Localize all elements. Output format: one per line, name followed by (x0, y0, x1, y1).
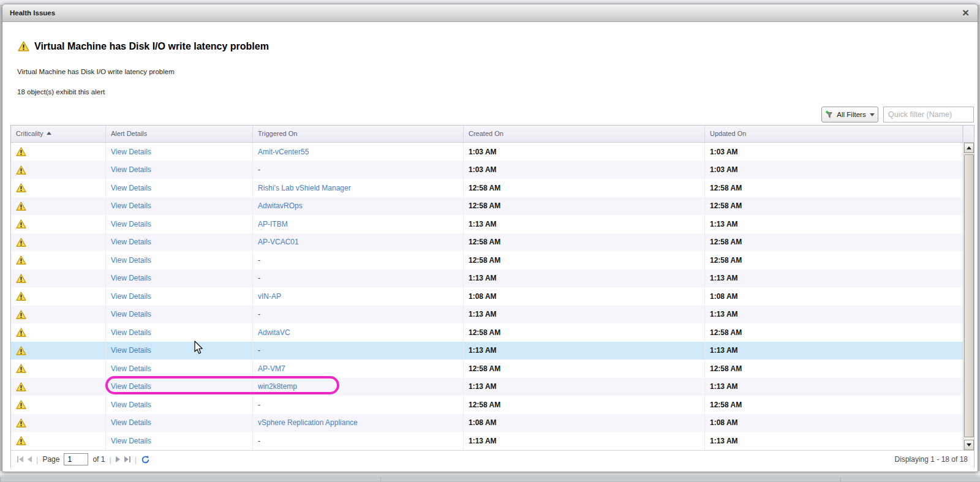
column-header-updated-on[interactable]: Updated On (705, 126, 963, 142)
created-on-value: 1:03 AM (469, 148, 497, 156)
view-details-link[interactable]: View Details (111, 292, 151, 301)
paging-toolbar: | Page of 1 | | Displaying 1 - 18 of 18 (11, 450, 974, 468)
view-details-link[interactable]: View Details (111, 274, 151, 282)
next-page-icon[interactable] (116, 456, 120, 462)
dialog-title: Health Issues (10, 9, 55, 17)
column-header-criticality[interactable]: Criticality (11, 126, 106, 142)
view-details-link[interactable]: View Details (111, 418, 151, 427)
chevron-down-icon (870, 113, 875, 116)
background-segment (380, 477, 840, 481)
updated-on-value: 1:13 AM (710, 220, 738, 228)
view-details-link[interactable]: View Details (111, 364, 151, 373)
triggered-on-link[interactable]: vSphere Replication Appliance (258, 418, 358, 427)
triggered-on-link[interactable]: AP-ITBM (258, 220, 288, 228)
triggered-on-link[interactable]: Rishi's Lab vShield Manager (258, 184, 351, 192)
warning-icon (16, 346, 26, 355)
warning-icon (16, 310, 26, 319)
table-row[interactable]: View Details-1:03 AM1:03 AM (11, 161, 963, 179)
refresh-icon[interactable] (141, 455, 150, 464)
scrollbar-thumb[interactable] (964, 154, 974, 437)
table-row[interactable]: View DetailsAdwitaVC12:58 AM12:58 AM (11, 323, 963, 342)
table-row[interactable]: View DetailsAmit-vCenter551:03 AM1:03 AM (11, 143, 963, 161)
grid-header: Criticality Alert Details Triggered On C… (11, 126, 974, 143)
alert-title: Virtual Machine has Disk I/O write laten… (34, 41, 269, 52)
alert-details-cell: View Details (106, 414, 253, 432)
scroll-down-icon[interactable] (964, 440, 974, 450)
close-icon[interactable]: × (962, 7, 969, 18)
view-details-link[interactable]: View Details (111, 401, 151, 409)
background-page-bottom-sliver (0, 471, 980, 482)
vertical-scrollbar[interactable] (963, 143, 974, 450)
alert-details-cell: View Details (106, 143, 253, 161)
column-header-triggered-on[interactable]: Triggered On (253, 126, 464, 142)
table-row[interactable]: View DetailsvIN-AP1:08 AM1:08 AM (11, 287, 963, 306)
criticality-cell (11, 414, 106, 432)
background-segment (840, 477, 980, 481)
updated-on-cell: 12:58 AM (705, 233, 963, 252)
triggered-on-cell: AP-ITBM (253, 215, 464, 233)
table-row[interactable]: View Detailswin2k8temp1:13 AM1:13 AM (11, 378, 963, 396)
updated-on-cell: 12:58 AM (705, 179, 963, 197)
created-on-value: 1:13 AM (469, 274, 497, 282)
view-details-link[interactable]: View Details (111, 201, 151, 210)
all-filters-button[interactable]: All Filters (821, 107, 878, 122)
alert-details-cell: View Details (106, 306, 253, 324)
table-row[interactable]: View DetailsvSphere Replication Applianc… (11, 414, 963, 432)
triggered-on-value: - (258, 401, 260, 409)
table-row[interactable]: View DetailsAP-VM712:58 AM12:58 AM (11, 360, 963, 378)
last-page-icon[interactable] (124, 456, 130, 462)
table-row[interactable]: View Details-1:13 AM1:13 AM (11, 306, 963, 324)
warning-icon (16, 400, 26, 409)
table-row[interactable]: View DetailsAdwitavROps12:58 AM12:58 AM (11, 197, 963, 216)
warning-icon (16, 382, 26, 391)
warning-icon (16, 201, 26, 211)
view-details-link[interactable]: View Details (111, 437, 151, 445)
column-header-alert-details[interactable]: Alert Details (106, 126, 253, 142)
column-header-created-on[interactable]: Created On (464, 126, 705, 142)
table-row[interactable]: View Details-1:13 AM1:13 AM (11, 269, 963, 288)
warning-icon (16, 274, 26, 283)
displaying-text: Displaying 1 - 18 of 18 (895, 455, 968, 464)
view-details-link[interactable]: View Details (111, 328, 151, 337)
page-of-label: of 1 (92, 455, 105, 464)
view-details-link[interactable]: View Details (111, 184, 151, 192)
triggered-on-link[interactable]: AdwitaVC (258, 328, 290, 337)
previous-page-icon[interactable] (28, 456, 32, 462)
alert-details-cell: View Details (106, 161, 253, 179)
table-row[interactable]: View Details-1:13 AM1:13 AM (11, 342, 963, 360)
updated-on-value: 12:58 AM (710, 184, 742, 192)
first-page-icon[interactable] (17, 456, 23, 462)
health-issues-dialog: Health Issues × Virtual Machine has Disk… (2, 4, 978, 472)
page-label: Page (42, 455, 59, 464)
table-row[interactable]: View DetailsAP-ITBM1:13 AM1:13 AM (11, 215, 963, 233)
updated-on-cell: 1:13 AM (705, 432, 963, 450)
triggered-on-link[interactable]: vIN-AP (258, 292, 281, 301)
view-details-link[interactable]: View Details (111, 165, 151, 174)
table-row[interactable]: View Details-12:58 AM12:58 AM (11, 251, 963, 269)
view-details-link[interactable]: View Details (111, 310, 151, 318)
criticality-cell (11, 323, 106, 342)
table-row[interactable]: View Details-12:58 AM12:58 AM (11, 396, 963, 414)
page-number-input[interactable] (64, 453, 88, 465)
quick-filter-input[interactable] (883, 107, 974, 122)
triggered-on-link[interactable]: win2k8temp (258, 382, 297, 391)
dialog-titlebar: Health Issues × (2, 4, 978, 22)
view-details-link[interactable]: View Details (111, 238, 151, 246)
view-details-link[interactable]: View Details (111, 346, 151, 355)
created-on-cell: 12:58 AM (464, 179, 705, 197)
view-details-link[interactable]: View Details (111, 382, 151, 391)
triggered-on-link[interactable]: AdwitavROps (258, 201, 303, 210)
created-on-value: 1:13 AM (469, 437, 497, 445)
table-row[interactable]: View Details-1:13 AM1:13 AM (11, 432, 963, 450)
view-details-link[interactable]: View Details (111, 148, 151, 156)
table-row[interactable]: View DetailsAP-VCAC0112:58 AM12:58 AM (11, 233, 963, 252)
view-details-link[interactable]: View Details (111, 220, 151, 228)
view-details-link[interactable]: View Details (111, 256, 151, 265)
triggered-on-link[interactable]: Amit-vCenter55 (258, 148, 309, 156)
triggered-on-value: - (258, 165, 260, 174)
created-on-cell: 1:08 AM (464, 287, 705, 306)
scroll-up-icon[interactable] (964, 143, 974, 153)
triggered-on-link[interactable]: AP-VCAC01 (258, 238, 299, 246)
triggered-on-link[interactable]: AP-VM7 (258, 364, 285, 373)
table-row[interactable]: View DetailsRishi's Lab vShield Manager1… (11, 179, 963, 197)
